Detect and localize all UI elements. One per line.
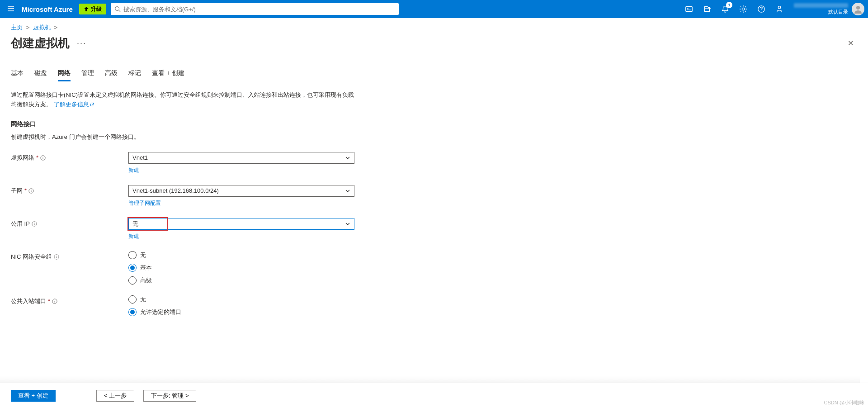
select-vnet[interactable]: Vnet1 (128, 152, 354, 164)
inbound-option-0[interactable]: 无 (128, 295, 354, 304)
link-subnet-manage[interactable]: 管理子网配置 (128, 199, 161, 207)
nsg-option-label: 无 (140, 251, 146, 259)
link-vnet-new[interactable]: 新建 (128, 166, 139, 174)
breadcrumb: 主页 > 虚拟机 > (11, 24, 857, 32)
tab-5[interactable]: 标记 (128, 69, 141, 81)
label-vnet: 虚拟网络 * (11, 152, 128, 162)
feedback-icon[interactable] (770, 0, 788, 18)
inbound-option-1[interactable]: 允许选定的端口 (128, 308, 354, 316)
label-subnet: 子网 * (11, 185, 128, 195)
radio-group-inbound: 无允许选定的端口 (128, 295, 354, 316)
directories-icon[interactable] (698, 0, 716, 18)
hamburger-menu-icon[interactable] (0, 5, 22, 14)
radio-circle-icon (128, 276, 137, 285)
notification-badge: 1 (726, 2, 732, 8)
radio-circle-icon (128, 295, 137, 304)
breadcrumb-vm[interactable]: 虚拟机 (33, 24, 51, 31)
nsg-option-1[interactable]: 基本 (128, 264, 354, 272)
close-icon[interactable]: ✕ (844, 37, 857, 49)
directory-label: 默认目录 (794, 9, 848, 15)
external-link-icon (90, 102, 94, 107)
person-icon (854, 5, 863, 14)
label-inbound-ports: 公共入站端口 * (11, 295, 128, 305)
svg-point-2 (742, 8, 744, 10)
learn-more-link[interactable]: 了解更多信息 (54, 101, 94, 108)
svg-point-4 (778, 6, 780, 9)
label-nsg: NIC 网络安全组 (11, 251, 128, 261)
account-name-blurred (794, 3, 848, 8)
chevron-down-icon (345, 221, 350, 227)
upgrade-button[interactable]: 升级 (79, 4, 106, 14)
brand-label[interactable]: Microsoft Azure (22, 5, 79, 13)
top-bar: Microsoft Azure 升级 1 默认目录 (0, 0, 868, 18)
help-icon[interactable] (752, 0, 770, 18)
svg-point-5 (856, 6, 860, 9)
tab-4[interactable]: 高级 (105, 69, 118, 81)
radio-circle-icon (128, 251, 137, 259)
info-icon[interactable] (32, 221, 37, 227)
settings-icon[interactable] (734, 0, 752, 18)
chevron-down-icon (345, 188, 350, 194)
notifications-icon[interactable]: 1 (716, 0, 734, 18)
previous-button[interactable]: < 上一步 (96, 390, 134, 402)
upgrade-icon (84, 6, 89, 12)
tab-2[interactable]: 网络 (58, 69, 71, 81)
radio-group-nsg: 无基本高级 (128, 251, 354, 285)
nsg-option-2[interactable]: 高级 (128, 276, 354, 285)
tab-3[interactable]: 管理 (81, 69, 94, 81)
select-public-ip[interactable]: 无 (128, 218, 354, 230)
account-menu[interactable]: 默认目录 (788, 3, 868, 15)
tab-6[interactable]: 查看 + 创建 (152, 69, 184, 81)
upgrade-label: 升级 (91, 5, 102, 13)
info-icon[interactable] (40, 155, 46, 161)
wizard-tabs: 基本磁盘网络管理高级标记查看 + 创建 (11, 69, 857, 81)
svg-point-0 (115, 7, 119, 11)
tab-description: 通过配置网络接口卡(NIC)设置来定义虚拟机的网络连接。你可通过安全组规则来控制… (11, 90, 354, 109)
info-icon[interactable] (54, 254, 59, 260)
wizard-footer: 查看 + 创建 < 上一步 下一步: 管理 > (0, 383, 868, 408)
section-network-interface-title: 网络接口 (11, 120, 857, 128)
nsg-option-0[interactable]: 无 (128, 251, 354, 259)
inbound-option-label: 无 (140, 295, 146, 304)
tab-0[interactable]: 基本 (11, 69, 24, 81)
search-icon (114, 6, 121, 12)
cloud-shell-icon[interactable] (680, 0, 698, 18)
label-public-ip: 公用 IP (11, 218, 128, 228)
link-public-ip-new[interactable]: 新建 (128, 232, 139, 240)
info-icon[interactable] (28, 188, 34, 194)
chevron-down-icon (345, 155, 350, 161)
global-search[interactable] (111, 3, 399, 15)
select-subnet[interactable]: Vnet1-subnet (192.168.100.0/24) (128, 185, 354, 197)
nsg-option-label: 基本 (140, 264, 152, 272)
page-title: 创建虚拟机 (11, 35, 70, 51)
page-actions-menu[interactable]: ··· (77, 38, 86, 48)
radio-circle-icon (128, 308, 137, 316)
section-network-interface-sub: 创建虚拟机时，Azure 门户会创建一个网络接口。 (11, 133, 857, 141)
info-icon[interactable] (52, 299, 57, 304)
next-button[interactable]: 下一步: 管理 > (143, 390, 196, 402)
avatar (852, 3, 864, 15)
review-create-button[interactable]: 查看 + 创建 (11, 390, 56, 402)
search-input[interactable] (123, 6, 396, 13)
radio-circle-icon (128, 264, 137, 272)
tab-1[interactable]: 磁盘 (34, 69, 47, 81)
nsg-option-label: 高级 (140, 276, 152, 285)
inbound-option-label: 允许选定的端口 (140, 308, 181, 316)
breadcrumb-home[interactable]: 主页 (11, 24, 23, 31)
